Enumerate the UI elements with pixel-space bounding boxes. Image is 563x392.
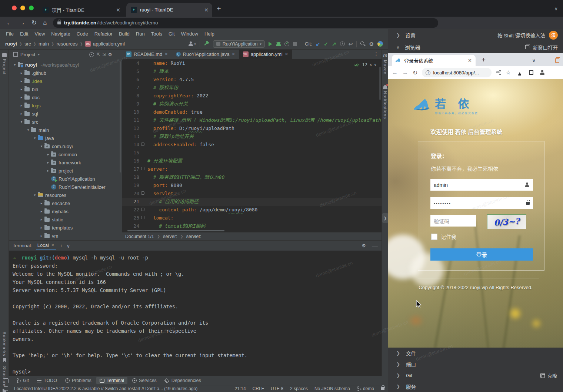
embedded-restore-icon[interactable] — [555, 58, 559, 63]
embedded-profile-icon[interactable] — [540, 70, 545, 75]
toolwindow-git[interactable]: Git — [13, 377, 32, 384]
tree-chevron-icon[interactable]: ▾ — [39, 144, 44, 148]
username-field[interactable]: admin — [430, 179, 533, 191]
embedded-tab-close-icon[interactable]: ✕ — [468, 58, 472, 63]
tree-chevron-icon[interactable]: ▸ — [45, 169, 51, 172]
terminal-tab-local[interactable]: Local ✕ — [36, 241, 56, 250]
toolwindow-terminal[interactable]: Terminal — [96, 377, 127, 384]
address-bar[interactable]: try.titanide.cn /ide/web/coding/ruoyi/de… — [53, 18, 438, 28]
fold-marker-icon[interactable] — [141, 216, 144, 219]
tree-item-comruoyi[interactable]: ▾com.ruoyi — [9, 142, 122, 150]
toolwindow-todo[interactable]: TODO — [34, 377, 60, 384]
forward-icon[interactable]: → — [19, 19, 25, 27]
tree-chevron-icon[interactable]: ▸ — [39, 226, 44, 229]
prev-problem-icon[interactable]: ∧ — [370, 61, 372, 69]
ide-sphere-icon[interactable] — [377, 41, 383, 47]
tree-chevron-icon[interactable]: ▾ — [32, 136, 38, 140]
tree-item-ehcache[interactable]: ▸ehcache — [9, 199, 122, 207]
embedded-star-icon[interactable]: ☆ — [506, 69, 510, 76]
json-schema[interactable]: No JSON schema — [314, 386, 350, 391]
tree-item-templates[interactable]: ▸templates — [9, 224, 122, 232]
stripe-project[interactable]: Project — [0, 53, 9, 75]
remember-checkbox[interactable] — [431, 234, 437, 240]
tree-chevron-icon[interactable]: ▸ — [45, 153, 51, 156]
editor-hscrollbar[interactable] — [122, 229, 382, 232]
tree-item-project[interactable]: ▸project — [9, 167, 122, 175]
section-文件[interactable]: ❯文件 — [388, 348, 563, 359]
editor-tab-application-yml[interactable]: YMLapplication.yml✕ — [239, 50, 292, 59]
embedded-new-tab-icon[interactable]: + — [482, 56, 486, 64]
captcha-image[interactable]: 0/3~? — [487, 214, 526, 229]
menu-run[interactable]: Run — [133, 30, 148, 38]
tree-item-RuoYiApplication[interactable]: CRuoYiApplication — [9, 175, 122, 183]
tree-item-mybatis[interactable]: ▸mybatis — [9, 207, 122, 215]
tree-chevron-icon[interactable]: ▸ — [19, 79, 24, 83]
project-panel-title[interactable]: Project — [20, 52, 35, 57]
tree-item-vm[interactable]: ▸vm — [9, 232, 122, 240]
tree-chevron-icon[interactable]: ▸ — [45, 161, 51, 164]
editor-tab-close-icon[interactable]: ✕ — [232, 52, 235, 57]
embedded-minimize-icon[interactable]: — — [543, 58, 548, 63]
tree-item-static[interactable]: ▸static — [9, 215, 122, 224]
reload-icon[interactable]: ↻ — [31, 19, 37, 27]
remember-me[interactable]: 记住我 — [431, 233, 456, 240]
tree-item-idea[interactable]: ▸.idea — [9, 77, 122, 85]
tree-item-src[interactable]: ▾src — [9, 118, 122, 126]
stripe-maven[interactable]: m Maven — [382, 53, 389, 75]
new-terminal-icon[interactable]: + — [60, 243, 63, 249]
editor-tab-README-md[interactable]: MDREADME.md✕ — [122, 50, 172, 59]
tree-item-doc[interactable]: ▸doc — [9, 93, 122, 101]
editor-tab-close-icon[interactable]: ✕ — [164, 52, 168, 57]
code-with-me-icon[interactable]: ▾ — [188, 41, 196, 47]
flask-extension-icon[interactable] — [517, 70, 523, 76]
terminal-settings-gear-icon[interactable]: ⚙ — [362, 243, 366, 248]
embedded-address-bar[interactable]: i localhost:8080/app/... — [422, 68, 492, 77]
login-button[interactable]: 登录 — [430, 248, 533, 261]
toolwindow-problems[interactable]: Problems — [62, 377, 95, 384]
tree-item-resources[interactable]: ▾resources — [9, 191, 122, 199]
tree-chevron-icon[interactable]: ▸ — [19, 96, 24, 99]
inspections-widget[interactable]: 12 ∧ ∨ — [354, 61, 376, 69]
tree-item-main[interactable]: ▾main — [9, 126, 122, 134]
embedded-tabs-chevron-icon[interactable]: ∨ — [532, 58, 536, 63]
toolwindow-services[interactable]: Services — [129, 377, 160, 384]
menu-navigate[interactable]: Navigate — [48, 30, 73, 38]
settings-gear-icon[interactable]: ⚙ — [369, 41, 374, 47]
tree-item-logs[interactable]: ▸logs — [9, 101, 122, 110]
tab-close-icon[interactable]: ✕ — [116, 7, 120, 13]
embedded-share-icon[interactable] — [496, 70, 501, 75]
breadcrumb-item[interactable]: ruoyi — [5, 41, 17, 47]
tree-item-bin[interactable]: ▸bin — [9, 85, 122, 93]
line-ending[interactable]: CRLF — [253, 386, 264, 391]
tree-item-java[interactable]: ▾java — [9, 134, 122, 142]
tree-scrollbar[interactable] — [120, 61, 121, 172]
project-view-chevron-icon[interactable]: ▾ — [38, 53, 40, 56]
expand-all-icon[interactable]: ⇱ — [97, 52, 100, 57]
toolwindow-dependencies[interactable]: Dependencies — [161, 377, 204, 384]
caret-position[interactable]: 21:14 — [235, 386, 246, 391]
demo-badge[interactable]: 演 — [549, 31, 558, 40]
tree-chevron-icon[interactable]: ▸ — [19, 87, 24, 91]
menu-view[interactable]: View — [31, 30, 48, 38]
home-icon[interactable]: ⌂ — [43, 19, 47, 27]
tree-chevron-icon[interactable]: ▾ — [12, 63, 18, 67]
window-zoom-button[interactable] — [29, 6, 34, 10]
code-editor[interactable]: 12 ∧ ∨ 4 name: RuoYi5 # 版本6 version: 4.7… — [122, 59, 382, 229]
run-icon[interactable] — [269, 42, 272, 46]
menu-code[interactable]: Code — [74, 30, 91, 38]
doc-breadcrumb-item[interactable]: servlet: — [186, 234, 201, 239]
open-new-window-icon[interactable] — [525, 45, 529, 49]
embedded-tab[interactable]: 登录若依系统 ✕ — [392, 55, 476, 66]
stripe-notifications[interactable]: Notifications — [382, 85, 389, 119]
window-minimize-button[interactable] — [20, 6, 25, 10]
embedded-forward-icon[interactable]: → — [402, 69, 408, 76]
embedded-reload-icon[interactable]: ↻ — [413, 69, 417, 76]
splitter-expand-icon[interactable]: ❯ — [382, 213, 388, 223]
menu-window[interactable]: Window — [178, 30, 201, 38]
editor-tab-close-icon[interactable]: ✕ — [285, 52, 288, 57]
tree-chevron-icon[interactable]: ▸ — [19, 104, 24, 107]
stripe-bookmarks[interactable]: Bookmarks — [0, 332, 9, 362]
fold-marker-icon[interactable] — [141, 208, 144, 211]
history-icon[interactable] — [340, 41, 345, 46]
tree-chevron-icon[interactable]: ▾ — [32, 193, 38, 197]
